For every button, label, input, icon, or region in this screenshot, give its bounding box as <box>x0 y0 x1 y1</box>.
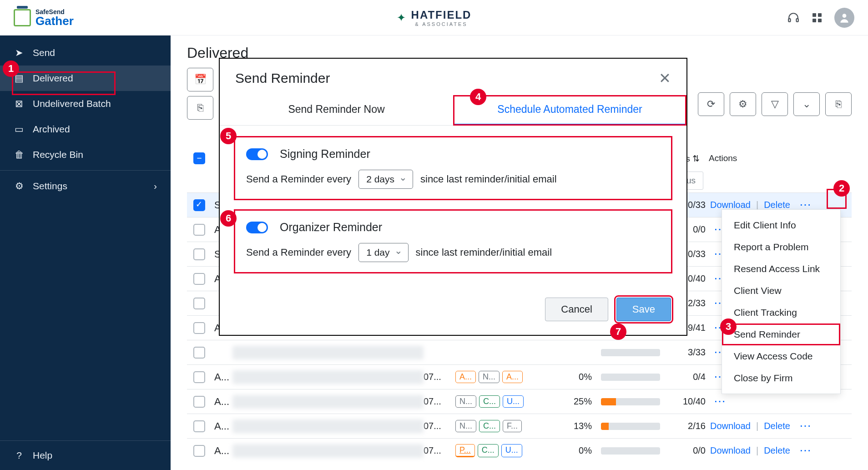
export-button[interactable]: ⎘ <box>825 92 852 116</box>
user-avatar[interactable] <box>834 8 854 28</box>
sidebar-item-settings[interactable]: ⚙Settings› <box>0 173 171 199</box>
status-badge: P... <box>455 444 475 457</box>
row-name: A... <box>205 445 232 457</box>
svg-point-6 <box>843 14 847 18</box>
archive-icon: ▭ <box>14 124 25 135</box>
row-blurred-data <box>232 346 424 359</box>
select-all-checkbox[interactable]: − <box>193 152 205 164</box>
ctx-client-tracking[interactable]: Client Tracking <box>722 302 840 323</box>
row-checkbox[interactable] <box>193 347 205 359</box>
filter-button[interactable]: ▽ <box>762 92 788 116</box>
status-badge: A... <box>502 371 523 383</box>
signing-reminder-toggle[interactable] <box>246 148 268 160</box>
row-checkbox[interactable] <box>193 371 205 383</box>
brand-name: HATFIELD <box>411 9 472 21</box>
row-checkbox[interactable] <box>193 273 205 285</box>
chevron-right-icon: › <box>154 181 157 192</box>
sidebar-item-send[interactable]: ➤Send <box>0 40 171 66</box>
brand-center: ✦ HATFIELD & ASSOCIATES <box>397 9 472 27</box>
row-more-button[interactable]: ⋯ <box>799 444 812 458</box>
ctx-edit-client[interactable]: Edit Client Info <box>722 214 840 236</box>
row-percent: 25% <box>542 396 592 407</box>
ctx-close-by-firm[interactable]: Close by Firm <box>722 367 840 389</box>
row-checkbox[interactable] <box>193 420 205 432</box>
status-badge: A... <box>455 371 476 383</box>
send-reminder-modal: Send Reminder ✕ Send Reminder Now Schedu… <box>219 58 687 336</box>
brand-glyph-icon: ✦ <box>397 11 406 24</box>
signing-reminder-title: Signing Reminder <box>280 147 370 161</box>
status-badge: C... <box>478 444 499 457</box>
download-link[interactable]: Download <box>710 445 751 456</box>
toolbar-calendar-button[interactable]: 📅 <box>187 68 213 91</box>
row-date: 07... <box>424 372 455 382</box>
delete-link[interactable]: Delete <box>764 200 790 210</box>
sidebar-item-archived[interactable]: ▭Archived <box>0 116 171 142</box>
ctx-resend-link[interactable]: Resend Access Link <box>722 258 840 280</box>
svg-rect-4 <box>812 19 816 22</box>
tab-schedule-automated[interactable]: Schedule Automated Reminder <box>453 95 686 126</box>
sidebar-item-undelivered[interactable]: ⊠Undelivered Batch <box>0 91 171 116</box>
row-checkbox[interactable] <box>193 199 205 211</box>
save-button[interactable]: Save <box>616 298 671 321</box>
row-checkbox[interactable] <box>193 224 205 236</box>
svg-rect-1 <box>797 19 798 21</box>
tab-send-now[interactable]: Send Reminder Now <box>220 95 453 126</box>
filter-settings-button[interactable]: ⚙ <box>730 92 756 116</box>
callout-7: 7 <box>610 323 626 340</box>
row-docs-count: 0/4 <box>669 372 710 382</box>
modal-title: Send Reminder <box>235 71 330 86</box>
row-checkbox[interactable] <box>193 445 205 457</box>
row-docs-count: 10/40 <box>669 396 710 407</box>
organizer-reminder-toggle[interactable] <box>246 222 268 233</box>
help-icon: ? <box>14 450 25 461</box>
callout-3: 3 <box>720 318 737 335</box>
row-checkbox[interactable] <box>193 248 205 260</box>
status-badge: U... <box>503 395 524 408</box>
sidebar-help[interactable]: ? Help <box>0 440 171 470</box>
signing-interval-select[interactable]: 2 days <box>358 170 413 189</box>
row-checkbox[interactable] <box>193 322 205 334</box>
refresh-button[interactable]: ⟳ <box>698 92 724 116</box>
status-badge: N... <box>479 371 500 383</box>
row-percent: 0% <box>542 445 592 456</box>
row-checkbox[interactable] <box>193 298 205 309</box>
modal-close-button[interactable]: ✕ <box>659 70 671 87</box>
status-badge: C... <box>479 420 500 432</box>
ctx-report-problem[interactable]: Report a Problem <box>722 236 840 258</box>
ctx-view-access-code[interactable]: View Access Code <box>722 345 840 367</box>
chevron-down-button[interactable]: ⌄ <box>793 92 820 116</box>
organizer-reminder-title: Organizer Reminder <box>280 221 382 234</box>
pagination: « ‹ 1 › » 20 / page Go to 1 of 2 pages <box>187 463 852 470</box>
status-badge: N... <box>455 395 476 408</box>
col-actions: Actions <box>709 153 845 163</box>
table-row: A... 07... P...C...U... 0% 0/0 Download|… <box>187 438 852 463</box>
svg-rect-0 <box>788 19 790 21</box>
download-link[interactable]: Download <box>710 200 751 210</box>
delete-link[interactable]: Delete <box>764 421 790 431</box>
download-link[interactable]: Download <box>710 421 751 431</box>
row-name: A... <box>205 420 232 432</box>
row-checkbox[interactable] <box>193 396 205 408</box>
sidebar-item-recycle[interactable]: 🗑Recycle Bin <box>0 142 171 167</box>
organizer-interval-select[interactable]: 1 day <box>358 243 408 262</box>
sidebar-item-delivered[interactable]: ▤Delivered <box>0 66 171 91</box>
status-badge: C... <box>479 395 500 408</box>
ctx-send-reminder[interactable]: Send Reminder <box>722 323 840 345</box>
product-logo: SafeSend Gather <box>14 9 74 27</box>
headset-icon[interactable] <box>787 11 800 24</box>
progress-bar <box>601 349 660 356</box>
cancel-button[interactable]: Cancel <box>545 298 608 321</box>
progress-bar <box>601 398 660 405</box>
ctx-client-view[interactable]: Client View <box>722 280 840 302</box>
logo-mark-icon <box>14 9 31 26</box>
toolbar-door-button[interactable]: ⎘ <box>187 96 213 120</box>
svg-rect-2 <box>812 13 816 17</box>
row-more-button[interactable]: ⋯ <box>714 394 727 409</box>
delete-link[interactable]: Delete <box>764 445 790 456</box>
sort-icon[interactable]: ⇅ <box>692 154 700 163</box>
apps-grid-icon[interactable] <box>811 11 823 24</box>
row-docs-count: 2/16 <box>669 421 710 431</box>
callout-1: 1 <box>3 61 19 77</box>
gear-icon: ⚙ <box>14 181 25 192</box>
row-more-button[interactable]: ⋯ <box>799 419 812 433</box>
